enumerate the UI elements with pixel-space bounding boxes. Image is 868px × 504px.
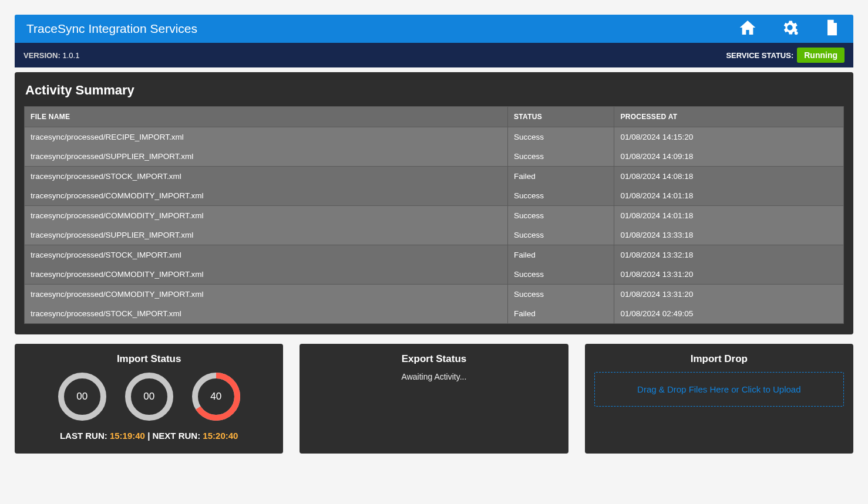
settings-icon[interactable] [780, 18, 799, 39]
cell-file: tracesync/processed/SUPPLIER_IMPORT.xml [25, 147, 508, 167]
version-label: VERSION: [23, 51, 60, 60]
cell-processed: 01/08/2024 13:31:20 [614, 265, 844, 285]
cell-status: Success [508, 265, 614, 285]
cell-status: Failed [508, 167, 614, 187]
import-status-card: Import Status 000040 LAST RUN: 15:19:40 … [15, 344, 283, 454]
cell-file: tracesync/processed/SUPPLIER_IMPORT.xml [25, 225, 508, 245]
col-header-status: STATUS [508, 107, 614, 127]
table-row: tracesync/processed/COMMODITY_IMPORT.xml… [25, 206, 844, 226]
cell-processed: 01/08/2024 14:01:18 [614, 186, 844, 206]
run-schedule: LAST RUN: 15:19:40 | NEXT RUN: 15:20:40 [24, 431, 274, 441]
table-row: tracesync/processed/SUPPLIER_IMPORT.xmlS… [25, 147, 844, 167]
cell-processed: 01/08/2024 13:33:18 [614, 225, 844, 245]
cell-status: Success [508, 147, 614, 167]
status-badge: Running [797, 48, 845, 63]
cell-file: tracesync/processed/COMMODITY_IMPORT.xml [25, 206, 508, 226]
cell-status: Success [508, 186, 614, 206]
activity-summary-title: Activity Summary [24, 83, 844, 98]
cell-status: Failed [508, 304, 614, 324]
cell-file: tracesync/processed/COMMODITY_IMPORT.xml [25, 285, 508, 305]
cell-processed: 01/08/2024 02:49:05 [614, 304, 844, 324]
file-dropzone[interactable]: Drag & Drop Files Here or Click to Uploa… [594, 372, 844, 407]
import-drop-card: Import Drop Drag & Drop Files Here or Cl… [585, 344, 853, 454]
next-run-time: 15:20:40 [203, 431, 238, 441]
last-run-label: LAST RUN: [60, 431, 107, 441]
cell-processed: 01/08/2024 14:01:18 [614, 206, 844, 226]
activity-table: FILE NAME STATUS PROCESSED AT tracesync/… [24, 106, 844, 324]
export-status-message: Awaiting Activity... [309, 372, 559, 381]
status-cards-row: Import Status 000040 LAST RUN: 15:19:40 … [15, 344, 853, 454]
export-status-title: Export Status [309, 353, 559, 365]
table-row: tracesync/processed/COMMODITY_IMPORT.xml… [25, 186, 844, 206]
cell-status: Success [508, 127, 614, 147]
header-icon-group [738, 18, 842, 39]
cell-file: tracesync/processed/RECIPE_IMPORT.xml [25, 127, 508, 147]
cell-file: tracesync/processed/COMMODITY_IMPORT.xml [25, 265, 508, 285]
gauge-value: 00 [125, 372, 174, 421]
col-header-processed: PROCESSED AT [614, 107, 844, 127]
export-status-card: Export Status Awaiting Activity... [300, 344, 568, 454]
subheader-bar: VERSION: 1.0.1 SERVICE STATUS: Running [15, 43, 853, 67]
cell-file: tracesync/processed/STOCK_IMPORT.xml [25, 245, 508, 265]
version-value: 1.0.1 [62, 51, 79, 60]
cell-processed: 01/08/2024 14:15:20 [614, 127, 844, 147]
gauge-1: 00 [125, 372, 174, 421]
app-header: TraceSync Integration Services [15, 15, 853, 43]
cell-status: Success [508, 225, 614, 245]
import-gauges: 000040 [24, 372, 274, 421]
home-icon[interactable] [738, 18, 757, 39]
cell-file: tracesync/processed/COMMODITY_IMPORT.xml [25, 186, 508, 206]
cell-file: tracesync/processed/STOCK_IMPORT.xml [25, 304, 508, 324]
cell-status: Success [508, 285, 614, 305]
activity-summary-panel: Activity Summary FILE NAME STATUS PROCES… [15, 72, 853, 334]
cell-processed: 01/08/2024 14:08:18 [614, 167, 844, 187]
table-row: tracesync/processed/SUPPLIER_IMPORT.xmlS… [25, 225, 844, 245]
table-row: tracesync/processed/RECIPE_IMPORT.xmlSuc… [25, 127, 844, 147]
svg-point-0 [795, 31, 798, 35]
table-row: tracesync/processed/COMMODITY_IMPORT.xml… [25, 265, 844, 285]
run-sep: | [147, 431, 152, 441]
table-row: tracesync/processed/COMMODITY_IMPORT.xml… [25, 285, 844, 305]
table-row: tracesync/processed/STOCK_IMPORT.xmlFail… [25, 245, 844, 265]
gauge-value: 00 [58, 372, 107, 421]
import-status-title: Import Status [24, 353, 274, 365]
cell-status: Success [508, 206, 614, 226]
col-header-file: FILE NAME [25, 107, 508, 127]
cell-processed: 01/08/2024 13:31:20 [614, 285, 844, 305]
gauge-value: 40 [191, 372, 241, 421]
cell-status: Failed [508, 245, 614, 265]
next-run-label: NEXT RUN: [153, 431, 201, 441]
version-info: VERSION: 1.0.1 [23, 51, 79, 60]
document-icon[interactable] [823, 18, 842, 39]
gauge-0: 00 [58, 372, 107, 421]
cell-file: tracesync/processed/STOCK_IMPORT.xml [25, 167, 508, 187]
import-drop-title: Import Drop [594, 353, 844, 365]
table-row: tracesync/processed/STOCK_IMPORT.xmlFail… [25, 304, 844, 324]
last-run-time: 15:19:40 [110, 431, 145, 441]
service-status: SERVICE STATUS: Running [726, 48, 845, 63]
table-header-row: FILE NAME STATUS PROCESSED AT [25, 107, 844, 127]
cell-processed: 01/08/2024 13:32:18 [614, 245, 844, 265]
table-row: tracesync/processed/STOCK_IMPORT.xmlFail… [25, 167, 844, 187]
app-title: TraceSync Integration Services [26, 22, 197, 36]
gauge-2: 40 [191, 372, 241, 421]
service-status-label: SERVICE STATUS: [726, 51, 793, 60]
cell-processed: 01/08/2024 14:09:18 [614, 147, 844, 167]
